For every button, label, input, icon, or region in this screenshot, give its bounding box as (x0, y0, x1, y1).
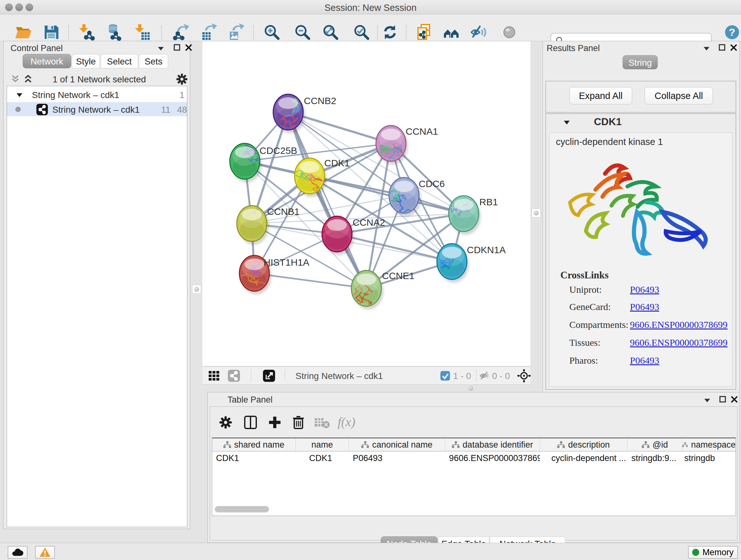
save-session-button[interactable] (43, 23, 60, 42)
tab-select[interactable]: Select (100, 54, 138, 68)
zoom-fit-button[interactable] (322, 23, 340, 42)
left-splitter-handle[interactable] (192, 285, 201, 294)
cell-description: cyclin-dependent ... (540, 451, 628, 465)
help-button[interactable]: ? (724, 24, 740, 42)
table-row[interactable]: CDK1 CDK1 P06493 9606.ENSP00000378699 cy… (212, 451, 736, 465)
network-options-gear-icon[interactable] (176, 73, 188, 86)
network-selection-status: 1 of 1 Network selected (39, 74, 160, 84)
export-network-file-button[interactable] (172, 23, 190, 42)
float-panel-icon[interactable] (718, 44, 726, 52)
tab-sets[interactable]: Sets (139, 54, 168, 68)
expand-all-networks-icon[interactable] (23, 74, 33, 85)
crosslink-row: Compartments: 9606.ENSP00000378699 (569, 319, 628, 330)
network-edge-count: 48 (171, 105, 187, 115)
zoom-in-button[interactable] (263, 23, 281, 42)
column-header[interactable]: namespace (682, 438, 736, 451)
close-panel-icon[interactable] (730, 44, 738, 52)
tab-string[interactable]: String (623, 55, 658, 69)
zoom-out-button[interactable] (293, 23, 312, 42)
collapse-all-button[interactable]: Collapse All (645, 87, 713, 105)
network-node-HIST1H1A[interactable]: HIST1H1A (239, 255, 309, 294)
cell-database-identifier: 9606.ENSP00000378699 (445, 451, 540, 465)
cloud-status-button[interactable] (8, 546, 27, 559)
network-row-selected[interactable]: String Network – cdk1 11 48 (7, 102, 187, 116)
results-panel-title: Results Panel (547, 44, 600, 53)
refresh-button[interactable] (381, 23, 399, 42)
delete-table-icon[interactable] (314, 417, 330, 429)
network-view-share-icon[interactable] (228, 370, 240, 383)
open-session-button[interactable] (14, 23, 32, 42)
tab-style[interactable]: Style (72, 54, 100, 68)
netbar-separator (285, 369, 285, 381)
close-panel-icon[interactable] (731, 395, 738, 404)
network-node-CCNB1[interactable]: CCNB1 (237, 204, 300, 245)
enhance-hide-eye-button[interactable] (470, 23, 488, 42)
crosslink-link[interactable]: 9606.ENSP00000378699 (630, 337, 728, 348)
tree-expander-icon[interactable] (16, 92, 23, 98)
right-splitter-handle[interactable] (532, 208, 541, 217)
import-network-file-button[interactable] (78, 23, 96, 42)
selected-checkbox-icon[interactable] (441, 371, 450, 381)
export-table-file-button[interactable] (200, 23, 218, 42)
tab-network[interactable]: Network (23, 54, 71, 68)
node-label-HIST1H1A: HIST1H1A (264, 257, 309, 267)
memory-button[interactable]: Memory (688, 546, 738, 559)
node-label-CDC25B: CDC25B (259, 145, 297, 156)
crosslinks-title: CrossLinks (560, 269, 609, 281)
grid-view-icon[interactable] (208, 370, 220, 383)
collapse-panel-icon[interactable] (703, 397, 711, 405)
column-header[interactable]: description (540, 438, 628, 451)
collapse-all-networks-icon[interactable] (10, 74, 20, 85)
crosslink-link[interactable]: P06493 (630, 284, 659, 295)
birdseye-view-icon[interactable] (263, 370, 275, 383)
column-header[interactable]: name (296, 438, 349, 451)
import-table-file-button[interactable] (133, 23, 151, 42)
export-image-button[interactable] (227, 23, 245, 42)
table-options-gear-icon[interactable] (219, 416, 232, 430)
share-document-button[interactable] (415, 23, 433, 42)
column-header[interactable]: @id (627, 438, 682, 451)
table-panel-title: Table Panel (227, 395, 273, 405)
function-builder-icon[interactable]: f(x) (338, 415, 355, 429)
column-header[interactable]: canonical name (349, 438, 445, 451)
import-network-database-button[interactable] (105, 23, 122, 42)
tree-column-icon (361, 441, 369, 448)
crosslink-row: Tissues: 9606.ENSP00000378699 (569, 337, 600, 348)
window-title: Session: New Session (0, 3, 741, 13)
inactive-sphere-button[interactable] (500, 23, 518, 42)
crosslink-link[interactable]: P06493 (630, 355, 659, 366)
float-panel-icon[interactable] (719, 395, 727, 404)
network-node-CDKN1A[interactable]: CDKN1A (437, 244, 506, 283)
table-panel: Table Panel f(x) shared name name (207, 392, 740, 543)
string-actions-box: Expand All Collapse All (545, 81, 736, 113)
toolbar-separator (406, 25, 407, 39)
float-panel-icon[interactable] (173, 44, 181, 52)
column-header[interactable]: shared name (212, 438, 296, 451)
collapse-panel-icon[interactable] (702, 45, 711, 53)
horizontal-scrollbar-thumb[interactable] (215, 506, 269, 512)
warning-status-button[interactable] (35, 546, 55, 559)
network-node-CDK1[interactable]: CDK1 (294, 158, 350, 197)
string-home-button[interactable] (442, 23, 460, 42)
crosslink-link[interactable]: P06493 (630, 301, 659, 312)
expand-all-button[interactable]: Expand All (569, 87, 632, 105)
node-label-CDKN1A: CDKN1A (467, 245, 506, 255)
network-collection-row[interactable]: String Network – cdk1 1 (7, 88, 187, 102)
node-label-CCNA2: CCNA2 (353, 217, 385, 228)
collapse-panel-icon[interactable] (157, 45, 165, 53)
add-column-icon[interactable] (267, 415, 282, 431)
gene-expander-icon[interactable] (562, 119, 571, 126)
close-panel-icon[interactable] (185, 44, 192, 52)
delete-column-icon[interactable] (291, 415, 306, 431)
bottom-splitter-handle[interactable] (467, 384, 475, 392)
column-header[interactable]: database identifier (445, 438, 540, 451)
memory-status-dot-icon (692, 549, 699, 556)
network-node-CCNA1[interactable]: CCNA1 (376, 125, 438, 167)
navigate-crosshair-icon[interactable] (517, 369, 531, 384)
network-canvas[interactable]: CCNB2CCNA1CDC25BCDK1CDC6RB1CCNB1CCNA2CDK… (202, 42, 530, 366)
show-columns-icon[interactable] (243, 415, 258, 431)
network-view-toolbar: String Network – cdk1 1 - 0 0 - 0 (202, 367, 530, 385)
crosslink-link[interactable]: 9606.ENSP00000378699 (630, 319, 728, 330)
zoom-selected-button[interactable] (353, 23, 370, 42)
network-node-RB1[interactable]: RB1 (446, 188, 498, 235)
